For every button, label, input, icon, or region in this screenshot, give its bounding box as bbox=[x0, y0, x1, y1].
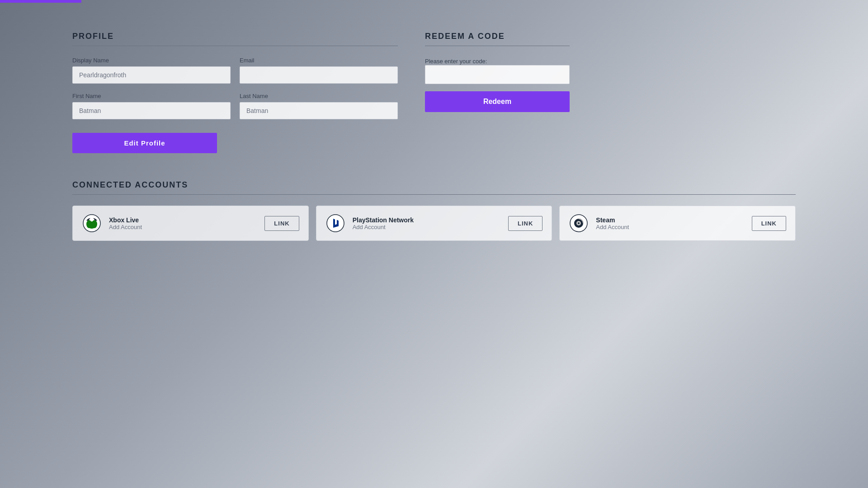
first-name-label: First Name bbox=[72, 93, 231, 99]
playstation-account-text: PlayStation Network Add Account bbox=[353, 216, 414, 230]
xbox-account-info: Xbox Live Add Account bbox=[82, 213, 142, 233]
email-label: Email bbox=[240, 57, 398, 64]
first-name-group: First Name bbox=[72, 93, 231, 119]
xbox-link-button[interactable]: LINK bbox=[264, 216, 299, 231]
last-name-group: Last Name bbox=[240, 93, 398, 119]
xbox-account-card: Xbox Live Add Account LINK bbox=[72, 206, 309, 241]
steam-account-text: Steam Add Account bbox=[596, 216, 629, 230]
email-input[interactable] bbox=[240, 66, 398, 84]
redeem-button[interactable]: Redeem bbox=[425, 91, 570, 112]
steam-link-button[interactable]: LINK bbox=[752, 216, 786, 231]
steam-account-sub: Add Account bbox=[596, 224, 629, 230]
playstation-account-card: PlayStation Network Add Account LINK bbox=[316, 206, 552, 241]
xbox-icon bbox=[82, 213, 102, 233]
redeem-section: REDEEM A CODE Please enter your code: Re… bbox=[425, 32, 570, 153]
redeem-code-input[interactable] bbox=[425, 65, 570, 84]
svg-point-3 bbox=[88, 221, 96, 229]
steam-account-info: Steam Add Account bbox=[569, 213, 629, 233]
last-name-label: Last Name bbox=[240, 93, 398, 99]
display-name-group: Display Name bbox=[72, 57, 231, 84]
last-name-input[interactable] bbox=[240, 102, 398, 119]
steam-account-name: Steam bbox=[596, 216, 629, 224]
steam-icon bbox=[569, 213, 589, 233]
playstation-account-sub: Add Account bbox=[353, 224, 414, 230]
redeem-section-title: REDEEM A CODE bbox=[425, 32, 570, 41]
profile-form: PROFILE Display Name Email First Name bbox=[72, 32, 398, 153]
playstation-account-info: PlayStation Network Add Account bbox=[326, 213, 414, 233]
connected-accounts-section: CONNECTED ACCOUNTS bbox=[72, 180, 796, 268]
redeem-code-label: Please enter your code: bbox=[425, 58, 487, 65]
xbox-account-name: Xbox Live bbox=[109, 216, 142, 224]
profile-section-title: PROFILE bbox=[72, 32, 398, 41]
accounts-grid: Xbox Live Add Account LINK bbox=[72, 206, 796, 241]
edit-profile-button[interactable]: Edit Profile bbox=[72, 133, 217, 153]
playstation-account-name: PlayStation Network bbox=[353, 216, 414, 224]
xbox-account-sub: Add Account bbox=[109, 224, 142, 230]
steam-account-card: Steam Add Account LINK bbox=[559, 206, 796, 241]
display-name-input[interactable] bbox=[72, 66, 231, 84]
svg-point-8 bbox=[578, 222, 580, 224]
playstation-icon bbox=[326, 213, 345, 233]
connected-accounts-title: CONNECTED ACCOUNTS bbox=[72, 180, 796, 190]
first-name-input[interactable] bbox=[72, 102, 231, 119]
xbox-account-text: Xbox Live Add Account bbox=[109, 216, 142, 230]
email-group: Email bbox=[240, 57, 398, 84]
svg-point-4 bbox=[327, 215, 344, 232]
display-name-label: Display Name bbox=[72, 57, 231, 64]
playstation-link-button[interactable]: LINK bbox=[508, 216, 542, 231]
